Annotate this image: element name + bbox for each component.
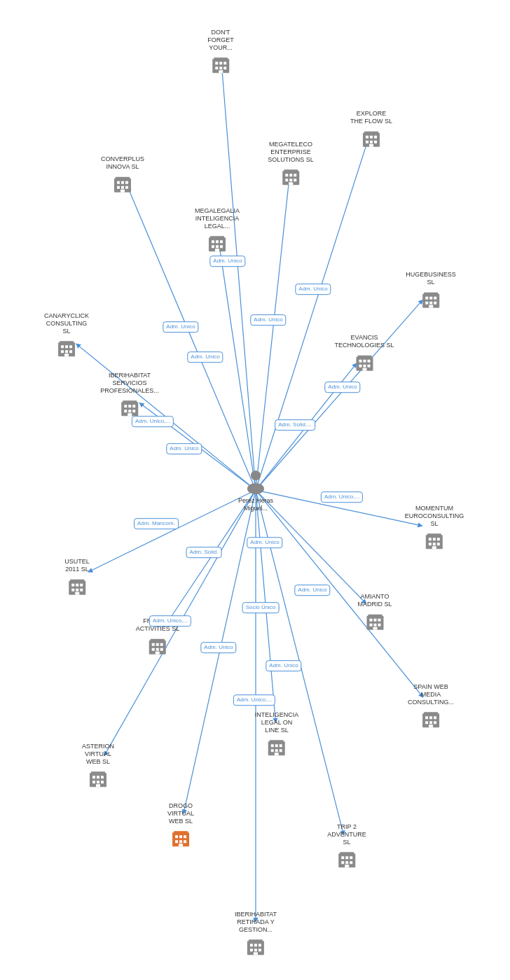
- svg-rect-107: [437, 538, 440, 541]
- node-explore_flow[interactable]: EXPLORE THE FLOW SL: [350, 110, 392, 150]
- svg-rect-168: [271, 745, 274, 748]
- node-label-amianto: AMIANTO MADRID SL: [357, 593, 392, 608]
- svg-rect-81: [124, 410, 127, 413]
- svg-rect-93: [429, 304, 433, 307]
- svg-rect-83: [132, 410, 135, 413]
- node-drogo[interactable]: DROGO VIRTUAL WEB SL: [167, 802, 194, 849]
- svg-rect-143: [434, 717, 436, 720]
- svg-rect-26: [223, 62, 226, 65]
- svg-rect-54: [285, 179, 288, 182]
- svg-rect-125: [160, 643, 163, 645]
- node-label-canaryclick: CANARYCLICK CONSULTING SL: [44, 312, 89, 335]
- svg-rect-24: [215, 62, 218, 65]
- node-momentum[interactable]: MOMENTUM EUROCONSULTING SL: [405, 505, 464, 552]
- svg-rect-154: [97, 781, 99, 784]
- svg-rect-71: [69, 346, 72, 349]
- svg-rect-172: [275, 750, 278, 752]
- role-badge-b3[interactable]: Adm. Unico: [187, 351, 223, 363]
- svg-rect-97: [363, 359, 366, 362]
- role-badge-b19[interactable]: Adm. Unico....: [233, 694, 275, 706]
- node-spain_web[interactable]: SPAIN WEB MEDIA CONSULTING...: [408, 683, 454, 730]
- svg-rect-151: [97, 776, 99, 779]
- node-canaryclick[interactable]: CANARYCLICK CONSULTING SL: [44, 312, 89, 359]
- role-badge-b18[interactable]: Adm. Unico: [266, 660, 301, 671]
- svg-rect-90: [425, 301, 428, 304]
- svg-rect-134: [378, 618, 380, 621]
- role-badge-b17[interactable]: Adm. Unico: [200, 642, 236, 653]
- node-label-megateleco: MEGATELECO ENTERPRISE SOLUTIONS SL: [268, 141, 314, 163]
- svg-rect-100: [363, 364, 366, 367]
- node-label-freckle: FRECKLE ACTIVITIES SL: [136, 617, 180, 633]
- node-freckle[interactable]: FRECKLE ACTIVITIES SL: [136, 617, 180, 657]
- svg-rect-55: [289, 179, 292, 182]
- svg-rect-141: [425, 717, 428, 720]
- node-center[interactable]: Perez Heras Miguel...: [238, 468, 273, 512]
- svg-rect-77: [123, 401, 137, 404]
- svg-rect-167: [270, 741, 284, 743]
- svg-rect-102: [362, 368, 366, 370]
- role-badge-b9[interactable]: Adm. Unico: [166, 443, 202, 454]
- svg-rect-117: [71, 588, 74, 591]
- svg-rect-29: [223, 67, 226, 70]
- svg-rect-180: [341, 862, 344, 864]
- node-trip2[interactable]: TRIP 2 ADVENTURE SL: [327, 823, 366, 870]
- svg-rect-89: [434, 296, 436, 299]
- node-iberihabitat2[interactable]: IBERIHABITAT RETIRADA Y GESTION...: [235, 911, 277, 958]
- svg-rect-108: [429, 543, 432, 546]
- svg-rect-190: [254, 949, 257, 952]
- node-asterion[interactable]: ASTERION VIRTUAL WEB SL: [82, 743, 114, 790]
- svg-rect-27: [215, 67, 218, 70]
- svg-rect-179: [350, 857, 352, 860]
- role-badge-b11[interactable]: Adm. Mancom.: [134, 518, 179, 529]
- node-iberihabitat[interactable]: IBERIHABITAT SERVICIOS PROFESIONALES...: [100, 372, 159, 419]
- role-badge-b1[interactable]: Adm. Unico: [209, 255, 245, 267]
- node-label-momentum: MOMENTUM EUROCONSULTING SL: [405, 505, 464, 527]
- svg-line-17: [256, 493, 275, 722]
- node-amianto[interactable]: AMIANTO MADRID SL: [357, 593, 392, 633]
- svg-rect-182: [350, 862, 352, 864]
- node-converplus[interactable]: CONVERPLUS INNOVA SL: [101, 155, 144, 195]
- node-megateleco[interactable]: MEGATELECO ENTERPRISE SOLUTIONS SL: [268, 141, 314, 188]
- svg-rect-119: [80, 588, 83, 591]
- node-megalegalia[interactable]: MEGALEGALIA INTELIGENCIA LEGAL...: [195, 207, 240, 254]
- role-badge-b6[interactable]: Adm. Unico: [324, 382, 360, 393]
- svg-rect-62: [220, 241, 223, 244]
- svg-line-14: [258, 493, 423, 697]
- svg-rect-37: [370, 140, 373, 143]
- svg-rect-36: [366, 140, 368, 143]
- svg-rect-80: [132, 405, 135, 408]
- role-badge-b12[interactable]: Adm. Solid.: [186, 547, 222, 558]
- svg-rect-98: [367, 359, 370, 362]
- role-badge-b14[interactable]: Socio Único: [242, 602, 280, 613]
- node-label-center: Perez Heras Miguel...: [238, 497, 273, 512]
- svg-rect-124: [156, 643, 159, 645]
- role-badge-b10[interactable]: Adm. Unico,...: [321, 491, 363, 503]
- svg-rect-41: [116, 176, 130, 179]
- svg-rect-123: [152, 643, 155, 645]
- svg-rect-159: [175, 836, 178, 839]
- node-inteligencia[interactable]: INTELIGENCIA LEGAL ON LINE SL: [255, 711, 299, 758]
- svg-rect-86: [424, 292, 438, 295]
- svg-rect-70: [65, 346, 68, 349]
- node-dont_forget[interactable]: DON'T FORGET YOUR...: [207, 29, 234, 76]
- svg-rect-35: [374, 135, 377, 138]
- svg-line-2: [257, 141, 368, 486]
- svg-rect-69: [61, 346, 64, 349]
- svg-rect-162: [175, 841, 178, 844]
- role-badge-b15[interactable]: Adm. Unico: [294, 584, 330, 596]
- role-badge-b13[interactable]: Adm. Unico: [247, 537, 282, 548]
- role-badge-b4[interactable]: Adm. Unico: [250, 314, 286, 326]
- svg-rect-136: [373, 623, 376, 626]
- role-badge-b5[interactable]: Adm. Unico: [295, 284, 331, 295]
- node-label-iberihabitat2: IBERIHABITAT RETIRADA Y GESTION...: [235, 911, 277, 933]
- node-evancis[interactable]: EVANCIS TECHNOLOGIES SL: [334, 334, 394, 374]
- node-hugebusiness[interactable]: HUGEBUSINESS SL: [406, 271, 456, 311]
- role-badge-b2[interactable]: Adm. Unico: [163, 321, 198, 332]
- role-badge-b7[interactable]: Adm. Solid....: [275, 419, 315, 430]
- svg-rect-155: [101, 781, 104, 784]
- svg-rect-47: [125, 186, 128, 188]
- svg-point-21: [247, 483, 264, 494]
- node-usutel[interactable]: USUTEL 2011 SL: [64, 558, 90, 598]
- svg-rect-50: [284, 170, 298, 173]
- svg-rect-186: [250, 944, 253, 947]
